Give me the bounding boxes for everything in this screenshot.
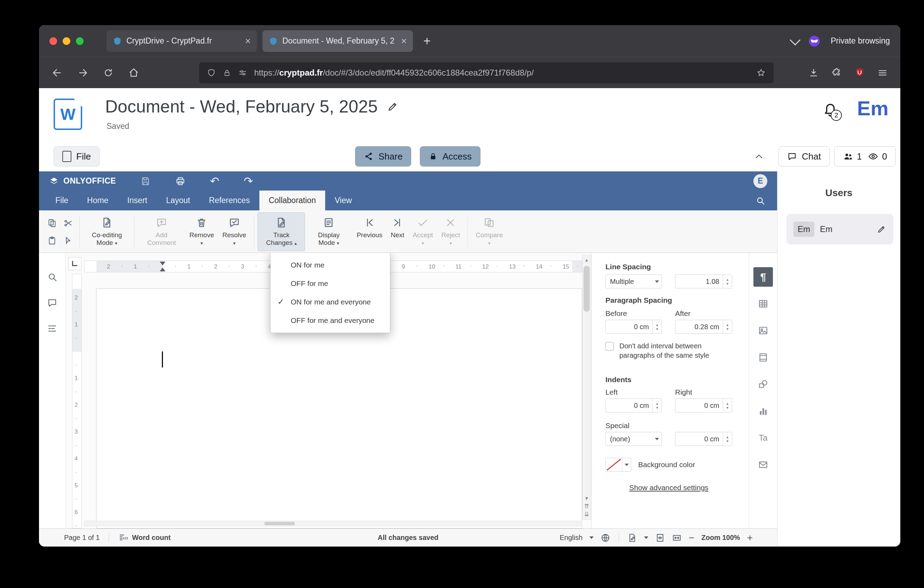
accept-change-button[interactable]: Accept▾ [408,213,437,251]
shape-settings-icon[interactable] [753,375,773,394]
special-select[interactable]: (none) [606,432,662,446]
compare-button[interactable]: Compare▾ [471,213,507,251]
list-tabs-chevron-icon[interactable] [790,35,800,45]
image-settings-icon[interactable] [753,321,773,340]
spinner-arrows[interactable]: ▴▾ [723,275,732,288]
next-change-button[interactable]: Next [386,213,408,251]
paste-icon[interactable] [47,236,57,245]
downloads-icon[interactable] [808,68,819,78]
tab-collaboration[interactable]: Collaboration [259,190,325,210]
menu-item-on-for-me[interactable]: ON for me [271,256,390,274]
table-settings-icon[interactable] [753,294,773,314]
indent-right-input[interactable]: 0 cm▴▾ [675,398,732,413]
menu-item-off-for-everyone[interactable]: OFF for me and everyone [271,311,390,330]
header-footer-settings-icon[interactable] [753,348,773,367]
collaborator-avatar[interactable]: E [753,174,767,188]
scroll-up-arrow-icon[interactable]: ▴ [585,257,588,263]
previous-change-button[interactable]: Previous [352,213,386,251]
cut-icon[interactable] [63,218,73,228]
add-comment-button[interactable]: Add Comment [138,213,185,251]
background-color-picker[interactable] [606,458,631,472]
ublock-origin-icon[interactable] [855,67,865,79]
minimize-window-button[interactable] [63,37,70,45]
zoom-level[interactable]: Zoom 100% [701,533,740,542]
zoom-out-button[interactable]: − [689,533,694,543]
reject-change-button[interactable]: Reject▾ [437,213,464,251]
menu-hamburger-icon[interactable] [877,68,888,78]
new-tab-button[interactable]: + [423,35,431,47]
menu-item-off-for-me[interactable]: OFF for me [271,274,390,292]
chart-settings-icon[interactable] [753,401,773,421]
menu-item-on-for-everyone[interactable]: ✓ON for me and everyone [271,292,390,311]
tab-file[interactable]: File [46,190,78,210]
redo-icon[interactable]: ↷ [244,175,253,187]
word-count-label[interactable]: Word count [132,533,171,542]
forward-icon[interactable] [77,67,88,78]
tab-layout[interactable]: Layout [157,190,200,210]
copy-icon[interactable] [47,218,57,228]
mail-merge-icon[interactable] [753,455,773,474]
comments-panel-icon[interactable] [47,297,58,308]
tab-close-icon[interactable]: × [401,36,407,46]
tab-document[interactable]: Document - Wed, February 5, 2 × [262,30,413,52]
tab-references[interactable]: References [200,190,259,210]
maximize-window-button[interactable] [76,37,84,45]
left-indent-marker[interactable] [160,268,165,271]
coediting-mode-button[interactable]: Co-editing Mode ▾ [83,213,130,251]
tab-cryptdrive[interactable]: CryptDrive - CryptPad.fr × [107,30,257,52]
edit-title-pencil-icon[interactable] [387,101,399,112]
user-avatar[interactable]: Em [857,96,888,120]
find-icon[interactable] [47,272,58,282]
spinner-arrows[interactable]: ▴▾ [652,399,662,412]
permissions-icon[interactable] [238,68,247,77]
fit-width-icon[interactable] [672,533,682,543]
close-window-button[interactable] [50,37,57,45]
spacing-after-input[interactable]: 0.28 cm▴▾ [675,320,732,334]
extensions-puzzle-icon[interactable] [832,68,842,78]
special-value-input[interactable]: 0 cm▴▾ [675,432,732,446]
search-icon[interactable] [756,190,765,210]
display-mode-button[interactable]: Display Mode ▾ [305,213,352,251]
tab-close-icon[interactable]: × [245,36,251,46]
text-art-settings-icon[interactable]: Ta [753,428,773,448]
user-count-button[interactable]: 1 0 [834,146,896,167]
home-icon[interactable] [128,67,139,78]
scroll-down-arrow-icon[interactable]: ▾ [585,495,588,502]
lock-icon[interactable] [223,69,231,77]
spinner-arrows[interactable]: ▴▾ [652,320,662,334]
vertical-ruler[interactable]: 21123456········· [72,274,82,529]
edit-name-pencil-icon[interactable] [877,224,886,234]
previous-page-icon[interactable]: ⇈ [584,503,589,510]
language-select[interactable]: English [560,533,583,542]
horizontal-scrollbar[interactable] [84,521,582,526]
access-button[interactable]: Access [420,146,480,167]
track-changes-button[interactable]: Track Changes ▴ [257,213,305,251]
bookmark-star-icon[interactable] [756,68,766,78]
spinner-arrows[interactable]: ▴▾ [723,399,732,412]
indent-left-input[interactable]: 0 cm▴▾ [606,398,662,413]
scrollbar-thumb[interactable] [264,522,295,525]
spinner-arrows[interactable]: ▴▾ [723,320,732,334]
spinner-arrows[interactable]: ▴▾ [723,432,732,446]
select-all-icon[interactable] [63,236,73,245]
scrollbar-thumb[interactable] [584,266,590,312]
remove-comment-button[interactable]: Remove▾ [185,213,218,251]
track-changes-status-icon[interactable] [627,533,637,543]
user-avatar-tag[interactable]: Em [794,221,814,237]
set-language-globe-icon[interactable] [601,533,610,543]
tab-home[interactable]: Home [78,190,118,210]
first-line-indent-marker[interactable] [160,262,165,266]
tab-stop-selector[interactable] [68,257,81,270]
paragraph-settings-icon[interactable]: ¶ [753,267,773,287]
navigation-panel-icon[interactable] [47,323,58,334]
save-icon[interactable] [140,176,151,187]
next-page-icon[interactable]: ⇊ [584,511,589,518]
line-spacing-value-input[interactable]: 1.08▴▾ [675,274,732,288]
share-button[interactable]: Share [355,146,411,167]
back-icon[interactable] [51,67,63,78]
spacing-before-input[interactable]: 0 cm▴▾ [606,320,662,334]
tracking-protection-shield-icon[interactable] [207,68,216,77]
notifications-bell-icon[interactable]: 2 [822,102,838,118]
resolve-comment-button[interactable]: Resolve▾ [218,213,251,251]
chat-button[interactable]: Chat [779,146,830,167]
